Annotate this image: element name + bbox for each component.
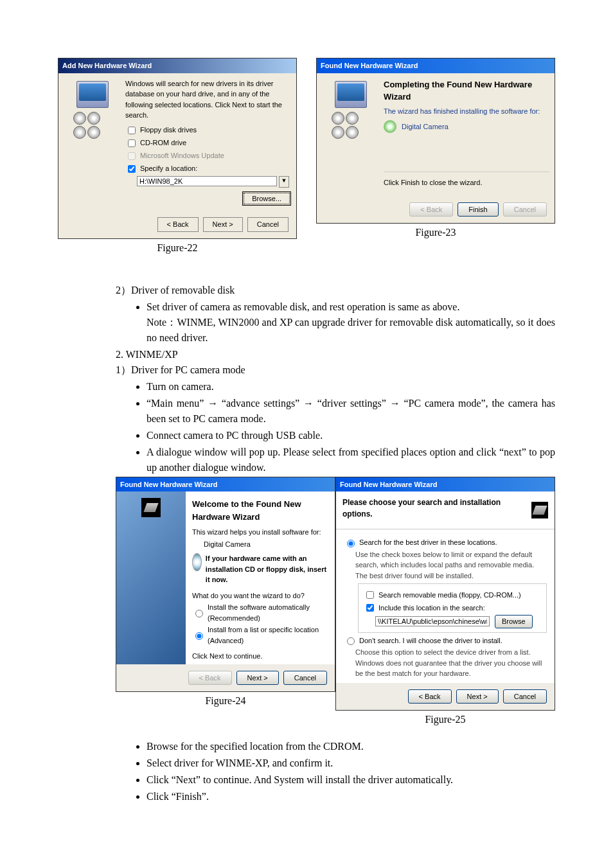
install-list-radio[interactable] [195,632,203,640]
what-do-text: What do you want the wizard to do? [192,590,328,601]
bullet: Select driver for WINME-XP, and confirm … [147,756,555,771]
bullet: Browse for the specified location from t… [147,739,555,754]
search-best-label: Search for the best driver in these loca… [359,537,497,548]
search-hint: Use the check boxes below to limit or ex… [355,549,547,581]
wizard-side-graphic [116,492,186,664]
connector-icon [141,498,161,517]
completing-heading: Completing the Found New Hardware Wizard [384,78,549,103]
dialog-title: Add New Hardware Wizard [58,58,296,73]
cd-icon [192,553,202,571]
dialog-title: Found New Hardware Wizard [317,58,555,73]
specify-label: Specify a location: [140,163,197,174]
winme-heading: 2. WINME/XP [116,347,555,362]
removable-checkbox[interactable] [366,591,374,599]
install-auto-radio[interactable] [195,610,203,617]
dropdown-arrow-icon[interactable]: ▼ [279,176,289,188]
cancel-button[interactable]: Cancel [247,217,289,232]
browse-button[interactable]: Browse... [242,191,291,206]
bullet: A dialogue window will pop up. Please se… [147,445,555,475]
cdrom-label: CD-ROM drive [140,137,186,148]
dont-search-radio[interactable] [347,637,355,645]
next-button[interactable]: Next > [203,217,243,232]
back-button: < Back [409,202,453,217]
path-input[interactable] [375,616,490,626]
figure-caption: Figure-24 [205,693,245,709]
bullet: “Main menu” → “advance settings” → “driv… [147,396,555,427]
figure-25: Found New Hardware Wizard Please choose … [335,477,555,728]
browse-button[interactable]: Browse [495,615,533,628]
install-auto-label: Install the software automatically (Reco… [208,602,328,623]
bullet: Click “Next” to continue. And System wil… [147,772,555,788]
wizard-side-graphic [322,78,380,191]
device-name: Digital Camera [402,121,449,132]
back-button: < Back [188,671,232,686]
arrow-icon: → [390,398,400,409]
cd-hint: If your hardware came with an installati… [206,553,328,585]
figure-caption: Figure-23 [415,225,456,240]
bullet: Set driver of camera as removable disk, … [147,299,555,346]
driver-1-heading: 1）Driver for PC camera mode [116,362,555,378]
device-name: Digital Camera [204,539,328,550]
helps-text: This wizard helps you install software f… [192,527,328,538]
floppy-checkbox[interactable] [128,127,136,134]
dialog-title: Found New Hardware Wizard [336,477,555,492]
click-finish-text: Click Finish to close the wizard. [384,172,549,191]
finished-text: The wizard has finished installing the s… [384,106,549,117]
figure-caption: Figure-22 [157,240,197,256]
include-label: Include this location in the search: [378,603,485,614]
arrow-icon: → [208,398,218,409]
back-button[interactable]: < Back [157,217,199,232]
bullet: Click “Finish”. [147,789,555,804]
cancel-button[interactable]: Cancel [283,671,327,686]
back-button[interactable]: < Back [408,689,452,704]
specify-checkbox[interactable] [128,165,136,173]
dialog-intro-text: Windows will search for new drivers in i… [125,78,291,121]
device-icon [384,120,396,133]
dialog-title: Found New Hardware Wizard [116,477,335,492]
wizard-side-graphic [64,78,121,206]
next-button[interactable]: Next > [236,671,279,686]
click-next-text: Click Next to continue. [192,651,328,662]
include-checkbox[interactable] [366,604,374,612]
install-list-label: Install from a list or specific location… [208,624,328,646]
cdrom-checkbox[interactable] [128,139,136,147]
figure-22: Add New Hardware Wizard Windows will sea… [58,58,297,256]
figure-23: Found New Hardware Wizard Completing the… [316,58,555,256]
arrow-icon: → [303,398,314,409]
figure-caption: Figure-25 [425,712,465,727]
bullet: Connect camera to PC through USB cable. [147,428,555,443]
cancel-button: Cancel [503,202,547,217]
msupdate-label: Microsoft Windows Update [140,150,224,161]
section-2-title: 2）Driver of removable disk [116,283,555,298]
cancel-button[interactable]: Cancel [503,689,547,704]
note-text: Note：WINME, WIN2000 and XP can upgrade d… [147,315,555,346]
next-button[interactable]: Next > [456,689,499,704]
dont-search-hint: Choose this option to select the device … [355,647,547,679]
figure-24: Found New Hardware Wizard Welcome to the… [116,477,335,728]
options-heading: Please choose your search and installati… [342,497,531,520]
removable-label: Search removable media (floppy, CD-ROM..… [378,590,521,601]
location-input[interactable] [137,176,277,186]
msupdate-checkbox [128,152,136,160]
connector-icon [531,502,548,518]
bullet: Turn on camera. [147,379,555,394]
text-section: 2）Driver of removable disk Set driver of… [116,283,555,475]
floppy-label: Floppy disk drives [140,125,197,136]
welcome-heading: Welcome to the Found New Hardware Wizard [192,498,328,523]
dont-search-label: Don't search. I will choose the driver t… [359,635,502,646]
finish-button[interactable]: Finish [458,202,498,217]
search-best-radio[interactable] [347,540,355,547]
